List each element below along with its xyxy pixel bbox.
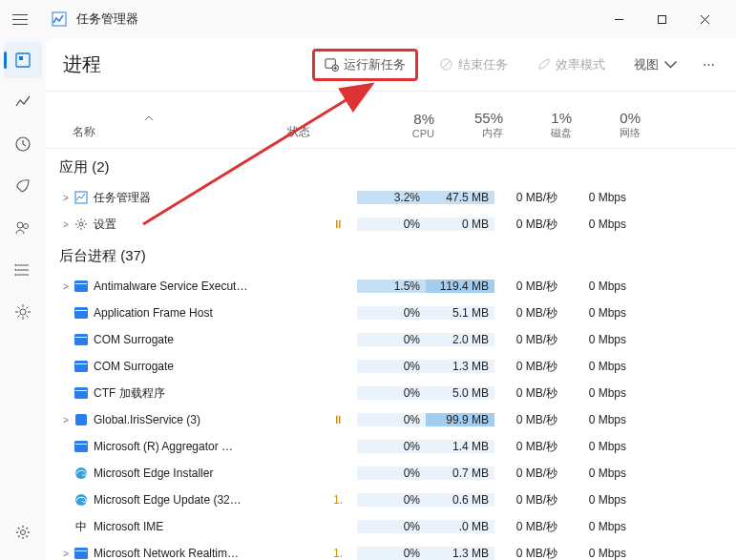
cell-disk: 0 MB/秒 (494, 332, 563, 348)
sidebar-settings[interactable] (4, 514, 42, 550)
cell-mem: 0 MB (426, 218, 494, 231)
cell-disk: 0 MB/秒 (494, 359, 563, 375)
process-row[interactable]: > 任务管理器 3.2% 47.5 MB 0 MB/秒 0 Mbps (46, 184, 736, 211)
cell-disk: 0 MB/秒 (494, 466, 563, 482)
cell-cpu: 0% (357, 306, 426, 320)
cell-net: 0 Mbps (563, 280, 632, 293)
process-row[interactable]: > Global.IrisService (3) ⏸ 0% 99.9 MB 0 … (46, 406, 736, 433)
process-icon (73, 334, 90, 345)
process-row[interactable]: > Antimalware Service Execut… 1.5% 119.4… (46, 273, 736, 300)
cell-disk: 0 MB/秒 (494, 439, 563, 455)
process-row[interactable]: Application Frame Host 0% 5.1 MB 0 MB/秒 … (46, 300, 736, 326)
cell-mem: 47.5 MB (426, 191, 494, 204)
expand-chevron[interactable]: > (59, 415, 73, 425)
cell-disk: 0 MB/秒 (494, 412, 563, 428)
group-bg[interactable]: 后台进程 (37) (46, 238, 736, 273)
svg-point-9 (24, 224, 29, 229)
end-task-button[interactable]: 结束任务 (431, 51, 515, 79)
cell-cpu: 0% (357, 218, 426, 231)
process-row[interactable]: > Microsoft Network Realtim… 1. 0% 1.3 M… (46, 540, 736, 560)
end-task-icon (439, 57, 453, 72)
process-row[interactable]: > 设置 ⏸ 0% 0 MB 0 MB/秒 0 Mbps (46, 211, 736, 238)
cell-disk: 0 MB/秒 (494, 492, 563, 508)
content: 进程 运行新任务 结束任务 效率模式 视图 ⋯ 名称 (46, 38, 736, 560)
process-row[interactable]: Microsoft Edge Update (32… 1. 0% 0.6 MB … (46, 487, 736, 513)
process-name: Antimalware Service Execut… (90, 280, 319, 293)
process-status: 1. (319, 547, 357, 560)
expand-chevron[interactable]: > (59, 193, 73, 203)
sort-indicator[interactable] (73, 111, 225, 124)
app-icon (52, 11, 67, 27)
col-name-label[interactable]: 名称 (73, 125, 95, 138)
maximize-button[interactable] (641, 4, 683, 34)
cell-mem: .0 MB (426, 520, 494, 533)
col-net[interactable]: 0%网络 (572, 111, 641, 141)
col-disk[interactable]: 1%磁盘 (503, 111, 572, 141)
cell-disk: 0 MB/秒 (494, 546, 563, 561)
sidebar-users[interactable] (4, 210, 42, 246)
col-mem[interactable]: 55%内存 (434, 111, 503, 141)
cell-cpu: 0% (357, 413, 426, 426)
cell-cpu: 0% (357, 547, 426, 560)
sidebar-performance[interactable] (4, 84, 42, 120)
process-row[interactable]: CTF 加载程序 0% 5.0 MB 0 MB/秒 0 Mbps (46, 380, 736, 406)
cell-mem: 0.7 MB (426, 467, 494, 480)
svg-rect-2 (659, 15, 666, 23)
process-icon (73, 387, 90, 399)
minimize-button[interactable] (598, 4, 641, 34)
svg-rect-24 (75, 192, 87, 203)
process-icon: 中 (73, 519, 90, 535)
process-list: 应用 (2) > 任务管理器 3.2% 47.5 MB 0 MB/秒 0 Mbp… (46, 149, 736, 560)
more-menu[interactable]: ⋯ (699, 53, 719, 75)
cell-cpu: 0% (357, 360, 426, 373)
process-icon (73, 191, 90, 204)
expand-chevron[interactable]: > (59, 219, 73, 230)
process-icon (73, 493, 90, 507)
process-row[interactable]: COM Surrogate 0% 1.3 MB 0 MB/秒 0 Mbps (46, 353, 736, 380)
cell-cpu: 0% (357, 386, 426, 400)
cell-disk: 0 MB/秒 (494, 519, 563, 535)
run-new-task-button[interactable]: 运行新任务 (312, 49, 418, 81)
expand-chevron[interactable]: > (59, 549, 73, 559)
cell-disk: 0 MB/秒 (494, 305, 563, 321)
cell-net: 0 Mbps (563, 547, 632, 560)
sidebar-processes[interactable] (4, 42, 42, 78)
cell-disk: 0 MB/秒 (494, 217, 563, 233)
cell-mem: 1.3 MB (426, 547, 494, 560)
process-row[interactable]: Microsoft Edge Installer 0% 0.7 MB 0 MB/… (46, 460, 736, 487)
process-name: CTF 加载程序 (90, 385, 319, 402)
expand-chevron[interactable]: > (59, 281, 73, 292)
cell-net: 0 Mbps (563, 306, 632, 320)
col-status-label[interactable]: 状态 (287, 111, 345, 140)
efficiency-mode-button[interactable]: 效率模式 (529, 51, 613, 79)
cell-disk: 0 MB/秒 (494, 190, 563, 206)
close-button[interactable] (683, 4, 726, 34)
process-name: Microsoft Edge Installer (90, 467, 319, 480)
cell-mem: 1.4 MB (426, 440, 494, 453)
cell-net: 0 Mbps (563, 467, 632, 480)
cell-cpu: 3.2% (357, 191, 426, 204)
cell-mem: 119.4 MB (426, 280, 494, 293)
cell-cpu: 0% (357, 333, 426, 346)
group-apps[interactable]: 应用 (2) (46, 149, 736, 184)
col-cpu[interactable]: 8%CPU (366, 112, 434, 141)
cell-cpu: 0% (357, 440, 426, 453)
cell-net: 0 Mbps (563, 386, 632, 400)
sidebar-details[interactable] (4, 252, 42, 288)
sidebar-history[interactable] (4, 126, 42, 162)
hamburger-menu[interactable] (10, 9, 31, 30)
view-menu[interactable]: 视图 (626, 51, 685, 79)
process-row[interactable]: 中 Microsoft IME 0% .0 MB 0 MB/秒 0 Mbps (46, 513, 736, 540)
leaf-icon (536, 57, 551, 72)
sidebar-startup[interactable] (4, 168, 42, 204)
process-name: Microsoft (R) Aggregator … (90, 440, 319, 453)
chevron-down-icon (663, 57, 678, 72)
cell-cpu: 0% (357, 493, 426, 507)
cell-net: 0 Mbps (563, 413, 632, 426)
sidebar-services[interactable] (4, 294, 42, 330)
process-status: ⏸ (319, 413, 357, 426)
process-row[interactable]: Microsoft (R) Aggregator … 0% 1.4 MB 0 M… (46, 433, 736, 460)
svg-point-15 (15, 274, 17, 276)
page-title: 进程 (63, 52, 101, 77)
process-row[interactable]: COM Surrogate 0% 2.0 MB 0 MB/秒 0 Mbps (46, 326, 736, 353)
